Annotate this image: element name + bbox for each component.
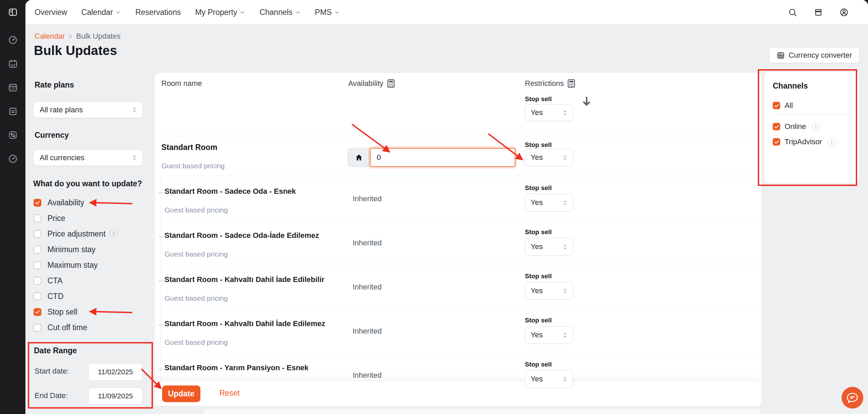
channel-online[interactable]: Online i	[773, 122, 820, 131]
nav-my-property[interactable]: My Property	[195, 8, 245, 17]
option-cta[interactable]: CTA	[34, 273, 118, 288]
calculator-icon	[387, 79, 395, 88]
end-date-input[interactable]	[88, 388, 143, 404]
chevron-updown-icon	[131, 154, 138, 161]
column-header-room-name: Room name	[161, 79, 202, 88]
option-cut-off-time[interactable]: Cut off time	[34, 320, 118, 335]
checkbox-checked[interactable]	[34, 199, 41, 207]
rate-plan-name: Standart Room - Sadece Oda-İade Edilemez	[164, 231, 319, 240]
update-options-list: Availability Price Price adjustment ? Mi…	[34, 195, 118, 335]
update-question-label: What do you want to update?	[33, 179, 142, 188]
group-stop-sell-select[interactable]: Yes	[525, 149, 573, 166]
currency-select[interactable]: All currencies	[33, 149, 143, 166]
rate-plan-pricing: Guest based pricing	[164, 338, 228, 346]
search-icon[interactable]	[788, 8, 797, 17]
speedometer-icon[interactable]	[7, 153, 18, 164]
chevron-down-icon	[115, 10, 121, 15]
group-stop-sell-label: Stop sell	[525, 141, 552, 149]
chevron-updown-icon	[561, 243, 569, 250]
nav-channels[interactable]: Channels	[259, 8, 300, 17]
calendar-grid-icon[interactable]	[7, 82, 18, 93]
nav-calendar[interactable]: Calendar	[81, 8, 121, 17]
home-icon[interactable]	[348, 148, 370, 167]
chevron-updown-icon	[561, 376, 569, 383]
info-icon[interactable]: i	[812, 123, 820, 131]
divider	[773, 114, 851, 114]
nav-overview[interactable]: Overview	[35, 8, 67, 17]
rate-plan-row: Standart Room - Sadece Oda - Esnek Guest…	[155, 176, 761, 220]
stop-sell-select[interactable]: Yes	[525, 326, 573, 344]
checkbox-unchecked[interactable]	[34, 246, 41, 253]
stop-sell-select[interactable]: Yes	[525, 194, 573, 211]
checkbox-unchecked[interactable]	[34, 214, 41, 222]
checkbox-checked[interactable]	[34, 308, 41, 316]
start-date-input[interactable]	[88, 363, 143, 381]
chevron-updown-icon	[561, 109, 569, 116]
checkbox-unchecked[interactable]	[34, 293, 41, 300]
rate-plan-row: Standart Room - Kahvaltı Dahil İade Edil…	[155, 308, 761, 352]
nav-reservations[interactable]: Reservations	[135, 8, 181, 17]
channel-tripadvisor[interactable]: TripAdvisor i	[773, 137, 835, 146]
option-price-adjustment[interactable]: Price adjustment ?	[34, 226, 118, 242]
stop-sell-select[interactable]: Yes	[525, 238, 573, 256]
calculator-icon	[567, 79, 575, 88]
stop-sell-label: Stop sell	[525, 361, 552, 368]
availability-inherited: Inherited	[353, 239, 382, 247]
group-availability-input[interactable]	[370, 148, 515, 167]
help-icon[interactable]: ?	[110, 230, 118, 238]
chip-circuit-icon[interactable]	[7, 130, 18, 140]
breadcrumb-calendar-link[interactable]: Calendar	[35, 32, 65, 41]
stop-sell-label: Stop sell	[525, 272, 552, 280]
top-navigation: Overview Calendar Reservations My Proper…	[25, 8, 340, 17]
sidebar-toggle-icon[interactable]	[7, 7, 18, 18]
notes-icon[interactable]	[7, 106, 18, 117]
checkbox-checked[interactable]	[773, 123, 780, 130]
bulk-stop-sell-select[interactable]: Yes	[525, 104, 573, 121]
option-maximum-stay[interactable]: Maximum stay	[34, 257, 118, 273]
bulk-update-table: Room name Availability Restrictions Stop…	[155, 73, 761, 406]
rate-plan-name: Standart Room - Kahvaltı Dahil İade Edil…	[164, 319, 325, 328]
apply-down-arrow-icon[interactable]	[581, 96, 592, 107]
checkbox-unchecked[interactable]	[34, 230, 41, 238]
availability-inherited: Inherited	[353, 194, 382, 203]
calculator-icon	[776, 51, 785, 60]
rate-plan-name: Standart Room - Sadece Oda - Esnek	[164, 187, 296, 196]
checkbox-checked[interactable]	[773, 138, 780, 146]
date-range-title: Date Range	[34, 346, 77, 355]
checkbox-checked[interactable]	[773, 102, 780, 109]
checkbox-unchecked[interactable]	[34, 261, 41, 269]
stop-sell-label: Stop sell	[525, 228, 552, 236]
column-header-restrictions: Restrictions	[525, 79, 575, 88]
storefront-icon[interactable]	[814, 8, 823, 17]
breadcrumb: Calendar › Bulk Updates	[35, 32, 120, 41]
stop-sell-select[interactable]: Yes	[525, 282, 573, 300]
currency-converter-button[interactable]: Currency converter	[769, 48, 860, 63]
availability-inherited: Inherited	[353, 283, 382, 291]
tree-tick	[158, 237, 164, 237]
option-price[interactable]: Price	[34, 210, 118, 226]
calendar-smile-icon[interactable]	[7, 58, 18, 69]
account-icon[interactable]	[840, 8, 849, 17]
channel-all[interactable]: All	[773, 101, 793, 110]
stop-sell-select[interactable]: Yes	[525, 370, 573, 388]
update-button[interactable]: Update	[162, 385, 200, 402]
rate-plan-rows: Standart Room - Sadece Oda - Esnek Guest…	[155, 176, 761, 396]
info-icon[interactable]: i	[828, 138, 835, 146]
chat-support-button[interactable]	[842, 387, 863, 409]
checkbox-unchecked[interactable]	[34, 277, 41, 285]
option-ctd[interactable]: CTD	[34, 288, 118, 304]
option-availability[interactable]: Availability	[34, 195, 118, 210]
app-sidebar	[0, 0, 25, 414]
reset-button[interactable]: Reset	[219, 389, 240, 398]
chevron-updown-icon	[131, 106, 138, 113]
option-stop-sell[interactable]: Stop sell	[34, 304, 118, 320]
rate-plans-label: Rate plans	[35, 80, 74, 90]
dashboard-gauge-icon[interactable]	[7, 35, 18, 45]
nav-pms[interactable]: PMS	[315, 8, 340, 17]
option-minimum-stay[interactable]: Minimum stay	[34, 242, 118, 257]
rate-plans-select[interactable]: All rate plans	[33, 101, 143, 118]
topbar: Overview Calendar Reservations My Proper…	[25, 0, 868, 25]
chevron-down-icon	[334, 10, 340, 15]
checkbox-unchecked[interactable]	[34, 324, 41, 332]
table-footer: Update Reset	[155, 382, 761, 406]
